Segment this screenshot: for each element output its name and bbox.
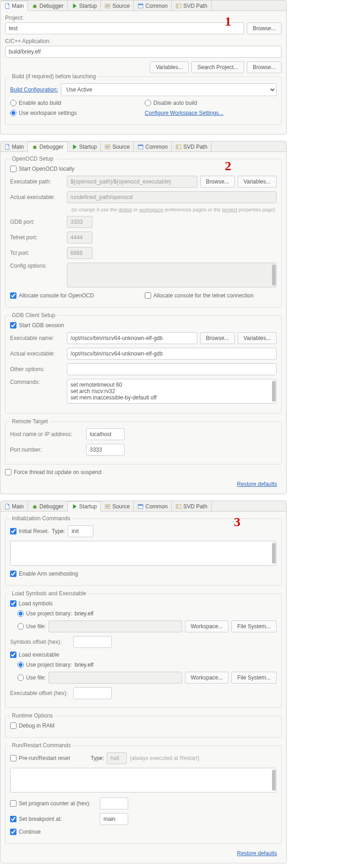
tab-common[interactable]: Common (134, 0, 172, 11)
type-label: Type: (52, 528, 65, 534)
port-input[interactable] (86, 444, 125, 456)
tab-svd[interactable]: SVD Path (172, 501, 212, 511)
config-opts-textarea (67, 263, 277, 287)
port-label: Port number: (10, 447, 83, 453)
gdb-client-fieldset: GDB Client Setup Start GDB session Execu… (5, 312, 282, 414)
scrollbar-thumb[interactable] (272, 264, 276, 286)
scrollbar-thumb[interactable] (272, 770, 276, 791)
load-symbols-checkbox[interactable]: Load symbols (10, 600, 53, 607)
symbols-use-file-radio[interactable]: Use file: (17, 623, 46, 630)
tab-main[interactable]: Main (0, 0, 28, 11)
initial-reset-checkbox[interactable]: Initial Reset. (10, 528, 49, 534)
svd-icon (175, 503, 182, 510)
openocd-fieldset: OpenOCD Setup Start OpenOCD locally Exec… (5, 156, 282, 307)
other-opts-input[interactable] (67, 363, 277, 375)
force-thread-checkbox[interactable]: Force thread list update on suspend (5, 469, 101, 475)
tab-source[interactable]: Source (101, 141, 134, 151)
browse-button[interactable]: Browse... (247, 22, 282, 34)
svg-rect-13 (138, 505, 143, 506)
tab-source[interactable]: Source (101, 501, 134, 511)
tab-source[interactable]: Source (101, 0, 134, 11)
tabs: Main Debugger Startup Source Common SVD … (0, 501, 286, 512)
application-input[interactable] (5, 46, 282, 58)
tab-main[interactable]: Main (0, 501, 28, 511)
search-project-button[interactable]: Search Project... (191, 61, 244, 73)
start-openocd-checkbox[interactable]: Start OpenOCD locally (10, 166, 74, 172)
build-config-link[interactable]: Build Configuration: (10, 86, 58, 93)
scrollbar-thumb[interactable] (272, 381, 276, 402)
exec-use-project-radio[interactable]: Use project binary: (17, 662, 72, 668)
workspace-button[interactable]: Workspace... (185, 672, 229, 684)
set-bp-checkbox[interactable]: Set breakpoint at: (10, 816, 97, 822)
sym-offset-input[interactable] (73, 636, 112, 648)
exec-offset-input[interactable] (73, 687, 112, 699)
reset-type-input[interactable] (68, 525, 93, 537)
bp-input[interactable] (100, 813, 128, 825)
alloc-telnet-checkbox[interactable]: Allocate console for the telnet connecti… (145, 292, 277, 299)
init-commands-textarea[interactable] (10, 541, 277, 566)
file-icon (4, 503, 11, 510)
restore-defaults-link[interactable]: Restore defaults (237, 481, 277, 487)
set-pc-checkbox[interactable]: Set program counter at (hex): (10, 800, 97, 807)
continue-checkbox[interactable]: Continue (10, 829, 41, 835)
project-input[interactable] (5, 22, 244, 34)
file-system-button[interactable]: File System... (231, 620, 277, 632)
build-fieldset-legend: Build (if required) before launching (10, 73, 98, 80)
browse-button[interactable]: Browse... (200, 176, 235, 188)
load-fieldset: Load Symbols and Executable Load symbols… (5, 590, 282, 708)
play-icon (71, 3, 78, 9)
use-workspace-radio[interactable]: Use workspace settings (10, 110, 142, 116)
tab-debugger[interactable]: Debugger (28, 0, 68, 11)
tabs: Main Debugger Startup Source Common SVD … (0, 141, 286, 152)
runtime-legend: Runtime Options (10, 712, 54, 719)
tab-startup[interactable]: Startup (68, 501, 101, 512)
openocd-legend: OpenOCD Setup (10, 156, 55, 162)
build-config-select[interactable]: Use Active (61, 83, 277, 96)
load-executable-checkbox[interactable]: Load executable (10, 652, 59, 658)
tab-svd[interactable]: SVD Path (172, 0, 212, 11)
tab-debugger[interactable]: Debugger (28, 501, 68, 511)
browse-button[interactable]: Browse... (247, 61, 282, 73)
variables-button[interactable]: Variables... (238, 332, 277, 344)
window-icon (137, 503, 144, 510)
symbols-use-project-radio[interactable]: Use project binary: (17, 610, 72, 617)
prerun-reset-checkbox[interactable]: Pre-run/Restart reset (10, 755, 88, 761)
briey-text: briey.elf (75, 610, 93, 617)
annotation-2: 2 (225, 159, 231, 173)
enable-auto-build-radio[interactable]: Enable auto build (10, 100, 142, 106)
exec-name-input[interactable] (67, 332, 197, 344)
debug-ram-checkbox[interactable]: Debug in RAM (10, 722, 54, 729)
gdb-port-input (67, 216, 92, 228)
tab-debugger[interactable]: Debugger (28, 141, 68, 152)
tab-common[interactable]: Common (134, 501, 172, 511)
semihosting-checkbox[interactable]: Enable Arm semihosting (10, 571, 78, 577)
workspace-button[interactable]: Workspace... (185, 620, 229, 632)
pc-input[interactable] (100, 798, 128, 809)
tcl-port-input (67, 247, 92, 259)
file-system-button[interactable]: File System... (231, 672, 277, 684)
tabs: Main Debugger Startup Source Common (0, 0, 286, 11)
source-icon (104, 144, 111, 150)
exec-use-file-radio[interactable]: Use file: (17, 674, 46, 681)
remote-target-legend: Remote Target (10, 418, 50, 425)
restore-defaults-link[interactable]: Restore defaults (237, 850, 277, 857)
run-commands-textarea[interactable] (10, 768, 277, 793)
variables-button[interactable]: Variables... (238, 176, 277, 188)
tab-startup[interactable]: Startup (68, 0, 101, 11)
configure-workspace-link[interactable]: Configure Workspace Settings... (145, 110, 277, 116)
start-gdb-checkbox[interactable]: Start GDB session (10, 322, 64, 329)
browse-button[interactable]: Browse... (200, 332, 235, 344)
tab-startup[interactable]: Startup (68, 141, 101, 151)
tab-svd[interactable]: SVD Path (172, 141, 212, 151)
config-opts-label: Config options: (10, 263, 64, 269)
host-input[interactable] (86, 428, 125, 440)
commands-textarea[interactable] (67, 379, 277, 404)
bug-icon (32, 503, 38, 510)
variables-button[interactable]: Variables... (150, 61, 189, 73)
alloc-openocd-checkbox[interactable]: Allocate console for OpenOCD (10, 292, 142, 299)
tab-main[interactable]: Main (0, 141, 28, 151)
tab-common[interactable]: Common (134, 141, 172, 151)
scrollbar-thumb[interactable] (272, 543, 276, 564)
actual-exec2-input[interactable] (67, 348, 277, 360)
disable-auto-build-radio[interactable]: Disable auto build (145, 100, 277, 106)
